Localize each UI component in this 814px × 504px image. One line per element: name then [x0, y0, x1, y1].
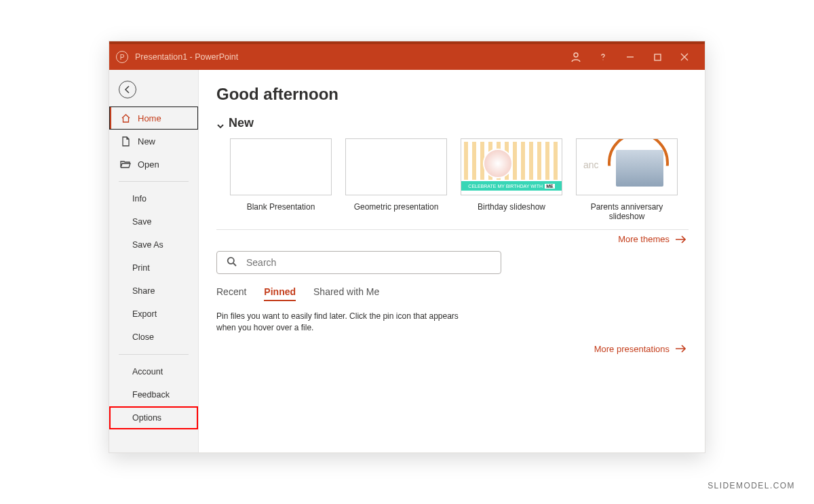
sidebar-item-share[interactable]: Share	[109, 279, 198, 303]
more-presentations-link[interactable]: More presentations	[216, 344, 689, 354]
more-themes-link[interactable]: More themes	[216, 234, 689, 244]
sidebar-item-save-as[interactable]: Save As	[109, 233, 198, 256]
template-anniversary[interactable]: anc Parents anniversary slideshow	[576, 138, 678, 221]
minimize-button[interactable]	[617, 44, 644, 70]
sidebar-item-label: Print	[132, 263, 150, 273]
sidebar-item-label: Close	[132, 332, 154, 342]
sidebar-item-export[interactable]: Export	[109, 303, 198, 326]
template-list: Blank Presentation AnnualReview Geometri…	[230, 138, 689, 221]
template-label: Blank Presentation	[230, 202, 332, 212]
sidebar-item-close[interactable]: Close	[109, 326, 198, 349]
maximize-button[interactable]	[644, 44, 671, 70]
template-thumb: CELEBRATE MY BIRTHDAY WITH ME	[461, 138, 562, 195]
template-geometric[interactable]: AnnualReview Geometric presentation	[345, 138, 447, 221]
sidebar-item-label: Save	[132, 217, 152, 227]
svg-point-0	[574, 53, 578, 57]
template-label: Parents anniversary slideshow	[576, 202, 678, 221]
sidebar-divider	[119, 354, 189, 355]
link-label: More themes	[618, 234, 670, 244]
sidebar-item-open[interactable]: Open	[109, 153, 198, 176]
svg-rect-2	[655, 54, 661, 60]
back-button[interactable]	[119, 81, 136, 98]
titlebar: P Presentation1 - PowerPoint	[109, 41, 705, 70]
sidebar-item-feedback[interactable]: Feedback	[109, 383, 198, 406]
sidebar-item-account[interactable]: Account	[109, 360, 198, 383]
sidebar-item-info[interactable]: Info	[109, 187, 198, 210]
backstage-sidebar: Home New Open Info Save Save As Print Sh…	[109, 70, 199, 452]
sidebar-item-print[interactable]: Print	[109, 256, 198, 279]
sidebar-item-label: Export	[132, 309, 157, 319]
new-section-header[interactable]: New	[216, 116, 689, 130]
sidebar-item-label: Save As	[132, 240, 163, 250]
template-birthday[interactable]: CELEBRATE MY BIRTHDAY WITH ME Birthday s…	[461, 138, 562, 221]
sidebar-item-label: Info	[132, 194, 147, 203]
tab-pinned[interactable]: Pinned	[264, 286, 296, 301]
tab-recent[interactable]: Recent	[216, 286, 246, 301]
close-button[interactable]	[671, 44, 698, 70]
template-label: Geometric presentation	[345, 202, 447, 212]
tab-shared[interactable]: Shared with Me	[313, 286, 379, 301]
sidebar-item-options[interactable]: Options	[109, 406, 198, 429]
svg-point-3	[228, 258, 234, 264]
pinned-hint-text: Pin files you want to easily find later.…	[216, 311, 461, 334]
account-icon[interactable]	[562, 44, 589, 70]
chevron-down-icon	[216, 119, 225, 128]
recent-tabs: Recent Pinned Shared with Me	[216, 286, 689, 301]
sidebar-item-home[interactable]: Home	[109, 106, 198, 130]
search-box[interactable]	[216, 251, 501, 274]
template-thumb: AnnualReview	[345, 138, 447, 195]
search-input[interactable]	[246, 257, 491, 268]
watermark: SLIDEMODEL.COM	[708, 481, 795, 490]
main-content: Good afternoon New Blank Presentation An…	[199, 70, 705, 452]
sidebar-item-label: Home	[138, 113, 161, 123]
sidebar-item-label: Options	[132, 413, 161, 423]
template-label: Birthday slideshow	[461, 202, 562, 212]
template-thumb	[230, 138, 332, 195]
app-logo-icon: P	[116, 51, 128, 63]
window-title: Presentation1 - PowerPoint	[135, 52, 238, 62]
new-doc-icon	[120, 136, 131, 147]
sidebar-item-label: New	[138, 136, 155, 147]
section-title: New	[229, 116, 254, 130]
powerpoint-backstage-window: P Presentation1 - PowerPoint	[109, 41, 705, 453]
divider	[216, 229, 689, 230]
sidebar-item-new[interactable]: New	[109, 130, 198, 153]
template-thumb: anc	[576, 138, 678, 195]
sidebar-item-save[interactable]: Save	[109, 210, 198, 233]
sidebar-divider	[119, 181, 189, 182]
sidebar-item-label: Open	[138, 159, 159, 170]
folder-open-icon	[120, 159, 131, 170]
arrow-right-icon	[675, 345, 686, 353]
arrow-right-icon	[675, 235, 686, 244]
home-icon	[120, 113, 131, 123]
link-label: More presentations	[594, 344, 670, 354]
help-button[interactable]	[589, 44, 617, 70]
page-title: Good afternoon	[216, 85, 689, 104]
sidebar-item-label: Share	[132, 286, 155, 296]
svg-point-1	[602, 59, 603, 60]
sidebar-item-label: Feedback	[132, 390, 170, 400]
template-blank[interactable]: Blank Presentation	[230, 138, 332, 221]
search-icon	[227, 256, 237, 269]
sidebar-item-label: Account	[132, 367, 163, 376]
